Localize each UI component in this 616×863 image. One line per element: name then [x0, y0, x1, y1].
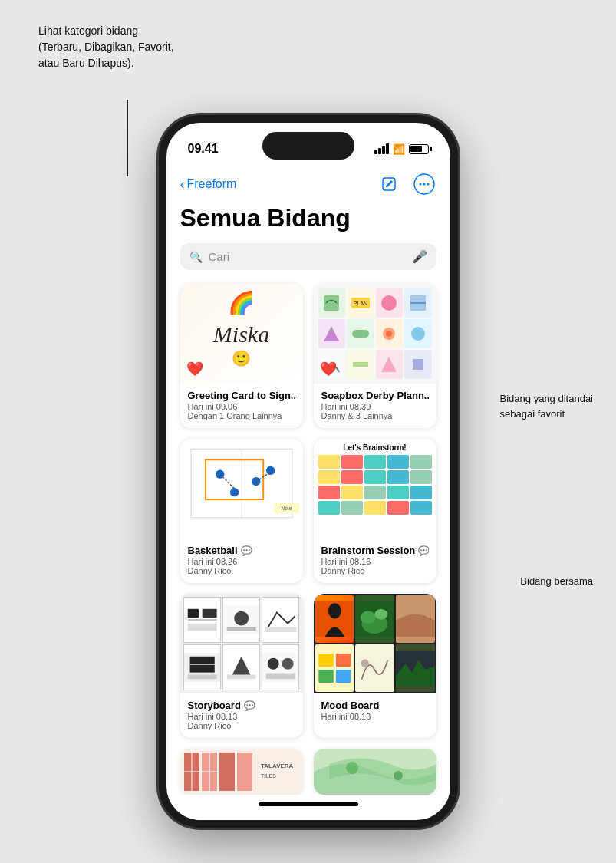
- search-placeholder: Cari: [209, 250, 406, 263]
- sticky-note-4: [410, 455, 432, 469]
- card-person-soapbox: Danny & 3 Lainnya: [321, 411, 429, 420]
- svg-rect-31: [187, 609, 198, 618]
- sticky-note-6: [341, 470, 363, 484]
- bottom-partial-grid: TALAVERA TILES: [180, 749, 436, 795]
- search-icon: 🔍: [189, 251, 203, 263]
- svg-rect-11: [352, 330, 369, 338]
- svg-point-13: [386, 331, 392, 337]
- svg-rect-39: [265, 627, 297, 632]
- svg-rect-70: [237, 753, 252, 791]
- svg-point-23: [252, 477, 260, 486]
- page-title: Semua Bidang: [180, 204, 436, 232]
- annotation-line-top: [127, 100, 128, 176]
- card-date-basketball: Hari ini 08.26: [188, 557, 295, 566]
- nav-actions: [377, 172, 436, 196]
- basketball-diagram: Note: [180, 439, 303, 539]
- sticky-note-2: [364, 455, 386, 469]
- storyboard-cell-6: [262, 644, 299, 690]
- svg-text:Note: Note: [281, 506, 292, 511]
- svg-rect-62: [335, 670, 350, 683]
- svg-point-3: [423, 183, 425, 186]
- card-title-brainstorm: Brainstorm Session 💬: [321, 545, 429, 556]
- sticky-note-14: [410, 486, 432, 499]
- card-moodboard[interactable]: Mood Board Hari ini 08.13: [314, 594, 436, 738]
- svg-rect-34: [187, 624, 216, 631]
- signal-icon: [374, 143, 389, 154]
- card-brainstorm[interactable]: Let's Brainstorm! Brainstorm Session 💬 H…: [314, 439, 436, 583]
- sticky-note-8: [387, 470, 409, 484]
- card-title-basketball: Basketball 💬: [188, 545, 295, 556]
- compose-icon: [380, 176, 397, 193]
- storyboard-cell-2: [222, 597, 260, 643]
- svg-point-64: [361, 660, 369, 667]
- mic-icon[interactable]: 🎤: [412, 249, 427, 264]
- svg-point-24: [229, 488, 238, 496]
- storyboard-cell-4: [183, 644, 221, 690]
- card-person-greeting: Dengan 1 Orang Lainnya: [188, 411, 295, 420]
- screen-content: ‹ Freeform: [166, 167, 450, 795]
- card-person-storyboard: Danny Rico: [188, 721, 295, 730]
- sticky-note-16: [341, 501, 363, 515]
- phone-frame: 09.41 📶 ‹ Freeform: [159, 115, 458, 828]
- svg-rect-60: [335, 654, 350, 667]
- sticky-note-9: [410, 470, 432, 484]
- sticky-note-11: [341, 486, 363, 499]
- card-person-basketball: Danny Rico: [188, 566, 295, 575]
- card-soapbox[interactable]: PLAN ❤️: [314, 284, 436, 428]
- card-greenmap-partial[interactable]: [314, 749, 436, 795]
- sticky-note-3: [387, 455, 409, 469]
- svg-rect-17: [413, 359, 423, 370]
- card-title-moodboard: Mood Board: [321, 700, 429, 711]
- card-greeting[interactable]: 🌈 Miska 🙂 ❤️ Greeting Card to Sign... Ha…: [180, 284, 303, 428]
- card-title-greeting: Greeting Card to Sign...: [188, 390, 295, 401]
- svg-point-52: [328, 603, 341, 618]
- svg-rect-32: [202, 609, 216, 618]
- svg-point-79: [394, 771, 403, 780]
- svg-rect-69: [219, 753, 235, 791]
- card-date-soapbox: Hari ini 08.39: [321, 402, 429, 411]
- svg-rect-59: [318, 654, 333, 667]
- svg-rect-46: [227, 674, 256, 679]
- storyboard-cell-3: [262, 597, 299, 643]
- card-title-storyboard: Storyboard 💬: [188, 700, 295, 711]
- svg-rect-37: [227, 627, 256, 631]
- annotation-shared-label: Bidang bersama: [520, 574, 593, 589]
- search-bar[interactable]: 🔍 Cari 🎤: [180, 243, 436, 270]
- storyboard-cell-1: [183, 597, 221, 643]
- sticky-note-5: [318, 470, 340, 484]
- card-date-moodboard: Hari ini 08.13: [321, 712, 429, 721]
- favorite-heart-icon: ❤️: [186, 361, 203, 377]
- sticky-note-12: [364, 486, 386, 499]
- back-button[interactable]: ‹ Freeform: [180, 176, 237, 193]
- svg-point-78: [346, 762, 358, 774]
- card-person-brainstorm: Danny Rico: [321, 566, 429, 575]
- svg-text:PLAN: PLAN: [354, 301, 367, 306]
- card-date-greeting: Hari ini 09.06: [188, 402, 295, 411]
- svg-text:TILES: TILES: [261, 773, 276, 779]
- annotation-favorite-label: Bidang yang ditandai sebagai favorit: [500, 391, 593, 421]
- svg-rect-61: [318, 670, 333, 683]
- card-storyboard[interactable]: Storyboard 💬 Hari ini 08.13 Danny Rico: [180, 594, 303, 738]
- storyboard-cell-5: [222, 644, 260, 690]
- home-indicator: [259, 802, 358, 806]
- more-button[interactable]: [412, 172, 436, 196]
- sticky-note-13: [387, 486, 409, 499]
- svg-point-49: [282, 658, 294, 670]
- greeting-miska-text: Miska: [213, 321, 269, 348]
- svg-point-36: [234, 611, 249, 626]
- new-board-button[interactable]: [377, 172, 401, 196]
- shared-icon-basketball: 💬: [241, 545, 252, 556]
- svg-text:TALAVERA: TALAVERA: [261, 763, 294, 769]
- svg-rect-43: [187, 674, 216, 679]
- card-date-storyboard: Hari ini 08.13: [188, 712, 295, 721]
- more-icon: [413, 173, 435, 195]
- card-basketball[interactable]: Note Basketball 💬 Hari ini 08.26 Danny R…: [180, 439, 303, 583]
- card-talavera-partial[interactable]: TALAVERA TILES: [180, 749, 303, 795]
- wifi-icon: 📶: [393, 143, 405, 155]
- sticky-note-10: [318, 486, 340, 499]
- brainstorm-title-text: Let's Brainstorm!: [343, 443, 406, 452]
- battery-icon: [409, 144, 429, 154]
- back-label: Freeform: [187, 177, 237, 191]
- svg-point-8: [381, 295, 397, 311]
- sticky-note-18: [387, 501, 409, 515]
